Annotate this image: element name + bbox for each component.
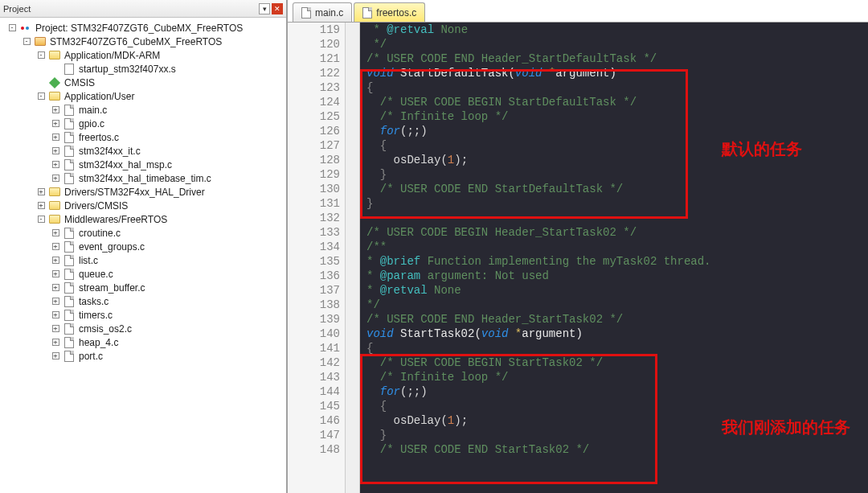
expand-icon[interactable]: + xyxy=(50,337,61,348)
tree-item[interactable]: +gpio.c xyxy=(0,117,286,130)
code-line[interactable]: } xyxy=(366,428,868,442)
line-number: 124 xyxy=(288,95,340,109)
component-icon xyxy=(48,76,61,89)
code-line[interactable]: { xyxy=(366,80,868,95)
folder-icon xyxy=(48,213,61,226)
tree-item[interactable]: -STM32F407ZGT6_CubeMX_FreeRTOS xyxy=(0,35,286,48)
expand-icon[interactable]: + xyxy=(35,187,47,198)
code-line[interactable] xyxy=(366,211,868,225)
expand-icon[interactable]: + xyxy=(50,296,61,307)
expand-icon[interactable]: + xyxy=(50,105,61,116)
expand-icon[interactable]: + xyxy=(50,118,61,129)
tree-item-label: gpio.c xyxy=(79,118,104,129)
expand-icon[interactable]: + xyxy=(50,173,61,184)
code-line[interactable]: * @param argument: Not used xyxy=(366,269,868,283)
fold-strip[interactable] xyxy=(346,23,360,493)
expand-icon[interactable]: + xyxy=(50,269,61,280)
code-line[interactable]: /** xyxy=(366,240,868,254)
tree-item[interactable]: +stm32f4xx_hal_msp.c xyxy=(0,158,286,171)
code-line[interactable]: for(;;) xyxy=(366,124,868,138)
code-line[interactable]: /* Infinite loop */ xyxy=(366,370,868,384)
code-line[interactable]: /* Infinite loop */ xyxy=(366,109,868,124)
expand-icon[interactable]: - xyxy=(21,36,32,47)
tree-item[interactable]: +Drivers/CMSIS xyxy=(0,199,286,212)
c-file-icon xyxy=(63,145,76,158)
expand-icon[interactable]: + xyxy=(50,241,61,253)
tree-item[interactable]: +freertos.c xyxy=(0,130,286,144)
tree-item[interactable]: -Project: STM32F407ZGT6_CubeMX_FreeRTOS xyxy=(0,21,286,35)
code-line[interactable]: { xyxy=(366,341,868,355)
expand-icon[interactable]: + xyxy=(50,282,61,294)
tree-item[interactable]: +port.c xyxy=(0,349,286,363)
expand-icon[interactable]: + xyxy=(50,228,61,239)
code-line[interactable]: osDelay(1); xyxy=(366,413,868,428)
code-line[interactable]: /* USER CODE END StartDefaultTask */ xyxy=(366,182,868,196)
tree-item[interactable]: +list.c xyxy=(0,253,286,267)
code-line[interactable]: { xyxy=(366,399,868,413)
tree-item[interactable]: +main.c xyxy=(0,103,286,117)
pin-icon[interactable]: ▾ xyxy=(259,3,270,14)
expand-icon[interactable]: + xyxy=(50,310,61,321)
code-line[interactable]: void StartTask02(void *argument) xyxy=(366,327,868,341)
code-line[interactable]: /* USER CODE BEGIN StartTask02 */ xyxy=(366,355,868,370)
code-line[interactable]: * @retval None xyxy=(366,23,868,37)
code-content[interactable]: 默认的任务 我们刚添加的任务 * @retval None *//* USER … xyxy=(360,23,868,493)
code-line[interactable]: * @brief Function implementing the myTas… xyxy=(366,254,868,269)
line-number: 127 xyxy=(288,138,340,153)
expand-icon[interactable]: + xyxy=(50,132,61,143)
tree-item-label: stm32f4xx_it.c xyxy=(79,146,141,157)
tree-item[interactable]: +event_groups.c xyxy=(0,240,286,253)
code-line[interactable]: /* USER CODE BEGIN StartDefaultTask */ xyxy=(366,95,868,109)
code-line[interactable]: { xyxy=(366,138,868,153)
c-file-icon xyxy=(63,227,76,240)
code-line[interactable]: * @retval None xyxy=(366,283,868,298)
code-line[interactable]: } xyxy=(366,167,868,182)
editor-tab[interactable]: main.c xyxy=(293,2,352,22)
tree-item[interactable]: +stm32f4xx_it.c xyxy=(0,144,286,158)
code-line[interactable]: } xyxy=(366,196,868,211)
tree-item[interactable]: +tasks.c xyxy=(0,294,286,308)
tree-item[interactable]: -Middlewares/FreeRTOS xyxy=(0,212,286,226)
code-line[interactable]: */ xyxy=(366,37,868,51)
expand-icon[interactable]: - xyxy=(35,50,47,61)
code-line[interactable]: /* USER CODE END StartTask02 */ xyxy=(366,442,868,457)
code-line[interactable]: /* USER CODE BEGIN Header_StartTask02 */ xyxy=(366,225,868,240)
code-line[interactable]: osDelay(1); xyxy=(366,153,868,167)
code-line[interactable]: void StartDefaultTask(void *argument) xyxy=(366,66,868,80)
project-tree[interactable]: -Project: STM32F407ZGT6_CubeMX_FreeRTOS-… xyxy=(0,18,286,493)
project-panel: Project ▾ ✕ -Project: STM32F407ZGT6_Cube… xyxy=(0,0,288,493)
expand-icon[interactable]: + xyxy=(50,351,61,362)
expand-icon[interactable]: + xyxy=(50,159,61,170)
expand-icon[interactable]: + xyxy=(50,323,61,335)
expand-icon[interactable]: + xyxy=(50,146,61,157)
code-line[interactable]: /* USER CODE END Header_StartDefaultTask… xyxy=(366,51,868,66)
code-line[interactable]: /* USER CODE END Header_StartTask02 */ xyxy=(366,312,868,327)
tree-item[interactable]: +Drivers/STM32F4xx_HAL_Driver xyxy=(0,185,286,199)
line-number: 129 xyxy=(288,167,340,182)
tree-item[interactable]: +stm32f4xx_hal_timebase_tim.c xyxy=(0,171,286,185)
tree-item[interactable]: -Application/MDK-ARM xyxy=(0,48,286,62)
close-icon[interactable]: ✕ xyxy=(272,3,283,14)
editor-tab[interactable]: freertos.c xyxy=(354,2,425,22)
tree-item[interactable]: +cmsis_os2.c xyxy=(0,322,286,335)
tree-item-label: Application/MDK-ARM xyxy=(64,50,160,61)
tree-item[interactable]: CMSIS xyxy=(0,76,286,89)
tree-item[interactable]: +stream_buffer.c xyxy=(0,281,286,294)
line-number: 136 xyxy=(288,269,340,283)
tree-item[interactable]: +timers.c xyxy=(0,308,286,322)
tree-item[interactable]: -Application/User xyxy=(0,89,286,103)
tree-item[interactable]: +croutine.c xyxy=(0,226,286,240)
expand-icon[interactable]: - xyxy=(6,23,18,34)
expand-icon[interactable]: + xyxy=(35,200,47,212)
expand-icon xyxy=(35,77,47,88)
expand-icon[interactable]: + xyxy=(50,255,61,266)
code-line[interactable]: for(;;) xyxy=(366,384,868,399)
tree-item-label: stm32f4xx_hal_msp.c xyxy=(79,159,172,170)
line-number: 122 xyxy=(288,66,340,80)
tree-item[interactable]: +heap_4.c xyxy=(0,335,286,349)
expand-icon[interactable]: - xyxy=(35,214,47,225)
tree-item[interactable]: +queue.c xyxy=(0,267,286,281)
expand-icon[interactable]: - xyxy=(35,91,47,102)
code-line[interactable]: */ xyxy=(366,298,868,312)
tree-item[interactable]: startup_stm32f407xx.s xyxy=(0,62,286,76)
